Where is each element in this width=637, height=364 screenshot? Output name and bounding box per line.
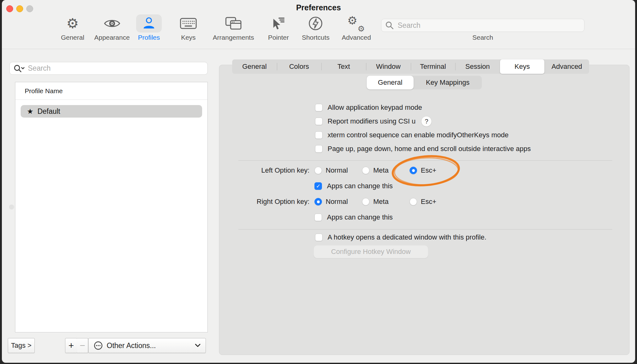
profile-search-input[interactable] <box>27 64 204 73</box>
tab-session[interactable]: Session <box>455 59 500 74</box>
radio-label: Meta <box>373 198 389 206</box>
configure-hotkey-window-button[interactable]: Configure Hotkey Window <box>313 245 428 258</box>
checkbox-row-left-apps-change: Apps can change this <box>314 181 393 191</box>
checkbox-modify-other-keys[interactable] <box>315 131 323 139</box>
toolbar-search-field[interactable] <box>381 19 584 32</box>
tab-general[interactable]: General <box>232 59 277 74</box>
screenshot-root: { "window": { "title": "Preferences" }, … <box>0 0 637 364</box>
star-icon: ★ <box>27 108 33 115</box>
keyboard-icon <box>180 14 197 33</box>
checkbox-right-apps-change[interactable] <box>314 214 322 221</box>
section-divider <box>238 160 612 161</box>
radio-icon[interactable] <box>410 198 417 205</box>
checkbox-left-apps-change-checked[interactable] <box>314 182 322 190</box>
section-divider <box>238 229 612 230</box>
radio-left-option-esc[interactable]: Esc+ <box>410 165 436 176</box>
radio-right-option-esc[interactable]: Esc+ <box>410 196 436 207</box>
tab-window[interactable]: Window <box>366 59 411 74</box>
radio-right-option-normal[interactable]: Normal <box>314 196 348 207</box>
radio-icon-selected[interactable] <box>410 167 417 174</box>
radio-right-option-meta[interactable]: Meta <box>362 196 389 207</box>
toolbar-item-label: Advanced <box>342 34 371 41</box>
profile-row-default[interactable]: ★ Default <box>21 105 202 118</box>
radio-icon[interactable] <box>314 167 322 174</box>
toolbar-item-profiles[interactable]: Profiles <box>136 14 162 41</box>
splitter-handle[interactable] <box>9 205 14 210</box>
checkbox-row-csi-u: Report modifiers using CSI u ? <box>315 116 432 127</box>
checkbox-label[interactable]: A hotkey opens a dedicated window with t… <box>328 233 487 241</box>
toolbar-search-input[interactable] <box>397 21 580 30</box>
ellipsis-circle-icon <box>94 341 103 350</box>
right-option-key-label: Right Option key: <box>219 196 309 207</box>
search-scope-icon <box>13 64 25 73</box>
keys-subtab-strip: General Key Mappings <box>367 76 482 89</box>
checkbox-hotkey-window[interactable] <box>315 234 323 241</box>
checkbox-label[interactable]: Allow application keypad mode <box>328 104 422 112</box>
toolbar-item-label: Shortcuts <box>302 34 330 41</box>
toolbar-item-general[interactable]: ⚙ General <box>61 14 84 41</box>
checkbox-allow-keypad-mode[interactable] <box>315 104 323 111</box>
tags-button[interactable]: Tags > <box>8 338 35 353</box>
other-actions-dropdown[interactable]: Other Actions... <box>88 338 206 353</box>
toolbar-item-appearance[interactable]: Appearance <box>94 14 130 41</box>
toolbar-divider <box>2 49 635 49</box>
other-actions-label: Other Actions... <box>107 341 156 350</box>
toolbar-item-advanced[interactable]: ⚙ ⚙ Advanced <box>342 14 371 41</box>
toolbar-item-shortcuts[interactable]: Shortcuts <box>302 14 330 41</box>
eye-icon <box>103 14 121 33</box>
radio-icon-selected[interactable] <box>314 198 322 205</box>
toolbar-item-label: Appearance <box>94 34 130 41</box>
add-profile-button[interactable]: + <box>65 338 77 353</box>
checkbox-label[interactable]: Page up, page down, home and end scroll … <box>328 145 531 153</box>
subtab-general[interactable]: General <box>367 76 414 89</box>
header-divider <box>15 99 207 100</box>
toolbar-item-arrangements[interactable]: Arrangements <box>213 14 254 41</box>
profile-list: Profile Name ★ Default <box>15 82 208 332</box>
tab-keys[interactable]: Keys <box>500 59 545 74</box>
radio-left-option-normal[interactable]: Normal <box>314 165 348 176</box>
profile-tab-strip: General Colors Text Window Terminal Sess… <box>232 59 589 74</box>
checkbox-scroll-outside-apps[interactable] <box>315 145 323 153</box>
toolbar-item-label: Arrangements <box>213 34 254 41</box>
tab-terminal[interactable]: Terminal <box>411 59 456 74</box>
keys-general-panel: General Key Mappings Allow application k… <box>219 65 629 355</box>
checkbox-row-scroll-outside: Page up, page down, home and end scroll … <box>315 144 531 154</box>
tab-text[interactable]: Text <box>321 59 366 74</box>
chevron-down-icon <box>195 344 201 347</box>
toolbar-item-keys[interactable]: Keys <box>180 14 197 41</box>
toolbar-item-label: Profiles <box>138 34 160 41</box>
profile-name: Default <box>38 107 60 116</box>
tab-colors[interactable]: Colors <box>277 59 322 74</box>
profile-search-field[interactable] <box>9 62 208 75</box>
tab-advanced[interactable]: Advanced <box>544 59 589 74</box>
checkbox-row-hotkey-window: A hotkey opens a dedicated window with t… <box>315 232 487 243</box>
radio-label: Esc+ <box>421 166 436 174</box>
toolbar-item-label: Keys <box>181 34 196 41</box>
radio-icon[interactable] <box>362 167 369 174</box>
gears-icon: ⚙ ⚙ <box>347 15 365 32</box>
person-icon <box>136 14 162 33</box>
remove-profile-button[interactable]: − <box>77 338 88 353</box>
toolbar-item-pointer[interactable]: Pointer <box>268 14 289 41</box>
radio-label: Normal <box>326 198 348 206</box>
toolbar-item-label: General <box>61 34 84 41</box>
checkbox-label[interactable]: Report modifiers using CSI u <box>328 117 415 125</box>
checkbox-report-csi-u[interactable] <box>315 118 323 125</box>
radio-left-option-meta[interactable]: Meta <box>362 165 389 176</box>
checkbox-label[interactable]: Apps can change this <box>327 182 393 190</box>
help-button[interactable]: ? <box>421 116 432 127</box>
radio-label: Meta <box>373 166 389 174</box>
checkbox-label[interactable]: xterm control sequence can enable modify… <box>328 131 508 139</box>
cursor-icon <box>271 14 286 33</box>
radio-icon[interactable] <box>362 198 369 205</box>
checkbox-row-right-apps-change: Apps can change this <box>314 212 393 223</box>
windows-stack-icon <box>225 14 242 33</box>
checkbox-row-modify-other-keys: xterm control sequence can enable modify… <box>315 130 508 140</box>
subtab-key-mappings[interactable]: Key Mappings <box>414 76 482 89</box>
toolbar-item-label: Pointer <box>268 34 289 41</box>
preferences-window: Preferences ⚙ General Appearance Profile… <box>2 0 635 363</box>
checkbox-row-keypad-mode: Allow application keypad mode <box>315 102 422 113</box>
checkbox-label[interactable]: Apps can change this <box>327 213 393 221</box>
gear-icon: ⚙ <box>66 16 79 31</box>
radio-label: Esc+ <box>421 198 436 206</box>
